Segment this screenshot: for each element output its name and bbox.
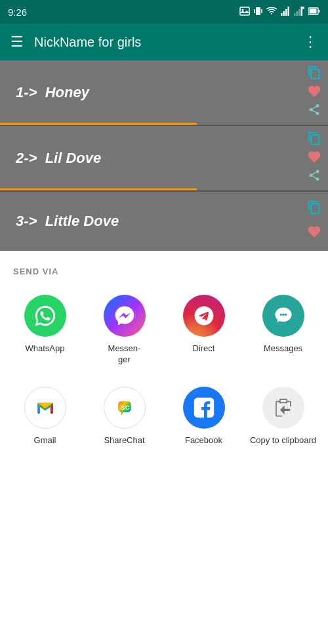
battery-icon — [308, 7, 320, 17]
share-item-messenger[interactable]: Messen-ger — [85, 287, 164, 374]
svg-rect-16 — [319, 10, 320, 12]
svg-rect-0 — [240, 7, 249, 15]
share-item-direct[interactable]: Direct — [164, 287, 243, 374]
facebook-icon — [183, 387, 225, 429]
gmail-icon — [24, 387, 66, 429]
nickname-item-3: 3-> Little Dove — [0, 192, 328, 251]
messages-icon — [262, 295, 304, 337]
share-item-messages[interactable]: Messages — [243, 287, 323, 374]
share-item-sharechat[interactable]: SC ShareChat — [85, 379, 164, 454]
share-icon-2[interactable] — [308, 169, 321, 185]
nickname-text-2: 2-> Lil Dove — [10, 150, 318, 167]
direct-label: Direct — [193, 343, 215, 354]
svg-rect-9 — [294, 13, 296, 16]
sharechat-icon: SC — [104, 387, 146, 429]
whatsapp-label: WhatsApp — [26, 343, 65, 354]
favorite-icon-2[interactable] — [307, 150, 321, 168]
share-item-whatsapp[interactable]: WhatsApp — [5, 287, 85, 374]
item-2-actions — [307, 126, 321, 190]
share-sheet: SEND VIA WhatsApp Messen-ger Direct — [0, 251, 328, 470]
whatsapp-icon — [24, 295, 66, 337]
more-options-icon[interactable]: ⋮ — [303, 33, 318, 51]
copy-icon-1[interactable] — [307, 66, 321, 84]
clipboard-icon — [262, 387, 304, 429]
messenger-icon — [104, 295, 146, 337]
item-3-actions — [307, 192, 321, 251]
favorite-icon-3[interactable] — [307, 225, 321, 243]
facebook-label: Facebook — [185, 435, 222, 446]
vibrate-icon — [254, 6, 262, 18]
share-item-facebook[interactable]: Facebook — [164, 379, 243, 454]
share-item-clipboard[interactable]: Copy to clipboard — [243, 379, 323, 454]
sharechat-label: ShareChat — [104, 435, 144, 446]
svg-rect-6 — [283, 11, 285, 16]
hamburger-menu-icon[interactable]: ☰ — [10, 33, 24, 51]
nickname-text-3: 3-> Little Dove — [10, 213, 318, 230]
messenger-label: Messen-ger — [108, 343, 141, 366]
top-bar: ☰ NickName for girls ⋮ — [0, 24, 328, 60]
clipboard-label: Copy to clipboard — [250, 435, 316, 446]
nickname-item-2: 2-> Lil Dove — [0, 126, 328, 192]
svg-rect-10 — [297, 11, 298, 16]
svg-rect-8 — [288, 7, 290, 16]
status-icons — [239, 6, 320, 18]
app-title: NickName for girls — [34, 35, 293, 50]
svg-rect-12 — [301, 7, 303, 16]
direct-icon — [183, 295, 225, 337]
gmail-label: Gmail — [34, 435, 56, 446]
favorite-icon-1[interactable] — [307, 84, 321, 102]
copy-icon-2[interactable] — [307, 131, 321, 150]
nickname-text-1: 1-> Honey — [10, 84, 318, 101]
svg-rect-2 — [256, 7, 260, 15]
svg-rect-11 — [298, 9, 300, 16]
wifi-icon — [266, 7, 277, 17]
svg-rect-17 — [310, 9, 317, 13]
share-icon-1[interactable] — [308, 103, 321, 119]
signal-icon — [281, 7, 290, 18]
signal-x-icon — [294, 7, 304, 18]
messages-label: Messages — [264, 343, 302, 354]
nickname-item-1: 1-> Honey — [0, 60, 328, 126]
svg-rect-5 — [281, 13, 283, 16]
send-via-label: SEND VIA — [0, 261, 328, 287]
copy-icon-3[interactable] — [307, 200, 321, 219]
content-area: 1-> Honey 2-> Lil Dove — [0, 60, 328, 251]
item-1-actions — [307, 60, 321, 125]
status-time: 9:26 — [8, 7, 27, 18]
status-bar: 9:26 — [0, 0, 328, 24]
image-icon — [239, 7, 250, 18]
svg-text:SC: SC — [121, 404, 129, 411]
share-grid: WhatsApp Messen-ger Direct Messages — [0, 287, 328, 454]
share-item-gmail[interactable]: Gmail — [5, 379, 85, 454]
svg-rect-7 — [285, 9, 287, 16]
